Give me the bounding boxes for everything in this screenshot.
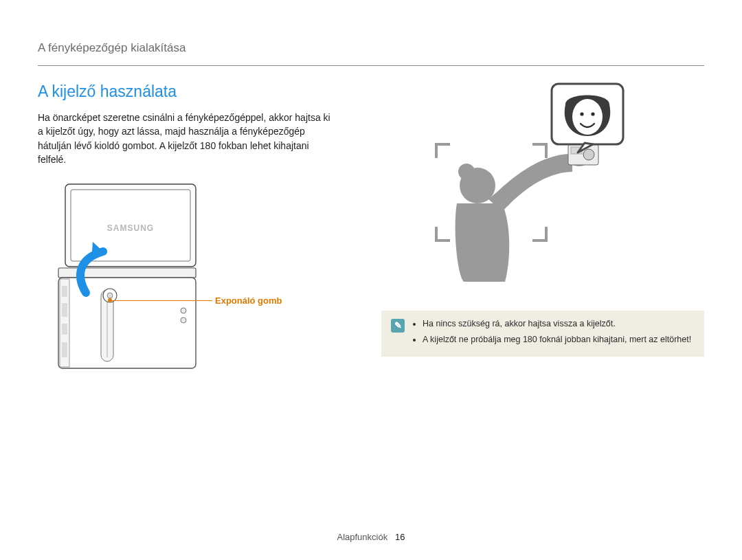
svg-point-14 — [181, 317, 186, 323]
svg-rect-6 — [62, 303, 67, 317]
shutter-callout-label: Exponáló gomb — [215, 295, 282, 306]
note-item: A kijelzőt ne próbálja meg 180 foknál jo… — [423, 333, 691, 346]
right-column: ✎ Ha nincs szükség rá, akkor hajtsa viss… — [381, 82, 704, 392]
svg-point-25 — [591, 112, 594, 115]
left-column: A kijelző használata Ha önarcképet szere… — [38, 82, 361, 392]
note-box: ✎ Ha nincs szükség rá, akkor hajtsa viss… — [381, 311, 704, 357]
section-body: Ha önarcképet szeretne csinálni a fényké… — [38, 111, 333, 166]
svg-point-24 — [580, 112, 583, 115]
section-title: A kijelző használata — [38, 82, 361, 101]
callout-line — [109, 300, 212, 301]
svg-point-23 — [572, 99, 603, 135]
svg-rect-3 — [58, 278, 196, 368]
svg-point-17 — [458, 164, 475, 180]
content-columns: A kijelző használata Ha önarcképet szere… — [38, 82, 704, 392]
note-item: Ha nincs szükség rá, akkor hajtsa vissza… — [423, 317, 691, 331]
svg-point-20 — [583, 149, 594, 160]
header-rule — [38, 65, 704, 66]
footer-section-label: Alapfunkciók — [337, 532, 387, 542]
breadcrumb: A fényképezőgép kialakítása — [38, 41, 704, 55]
selfie-figure — [395, 82, 697, 302]
page-footer: Alapfunkciók 16 — [0, 532, 742, 542]
svg-rect-5 — [62, 286, 67, 297]
svg-point-12 — [107, 293, 113, 298]
svg-rect-8 — [62, 342, 67, 357]
svg-rect-7 — [62, 324, 67, 335]
camera-body-icon: SAMSUNG — [38, 183, 203, 389]
brand-text: SAMSUNG — [107, 223, 154, 233]
note-icon: ✎ — [391, 319, 405, 333]
pencil-icon: ✎ — [394, 319, 402, 333]
page-number: 16 — [395, 532, 405, 542]
svg-point-13 — [181, 308, 186, 313]
camera-svg: SAMSUNG — [38, 183, 203, 392]
page: A fényképezőgép kialakítása A kijelző ha… — [0, 0, 742, 560]
note-list: Ha nincs szükség rá, akkor hajtsa vissza… — [412, 317, 691, 350]
camera-figure: SAMSUNG — [38, 183, 361, 392]
selfie-illustration-icon — [395, 82, 697, 309]
